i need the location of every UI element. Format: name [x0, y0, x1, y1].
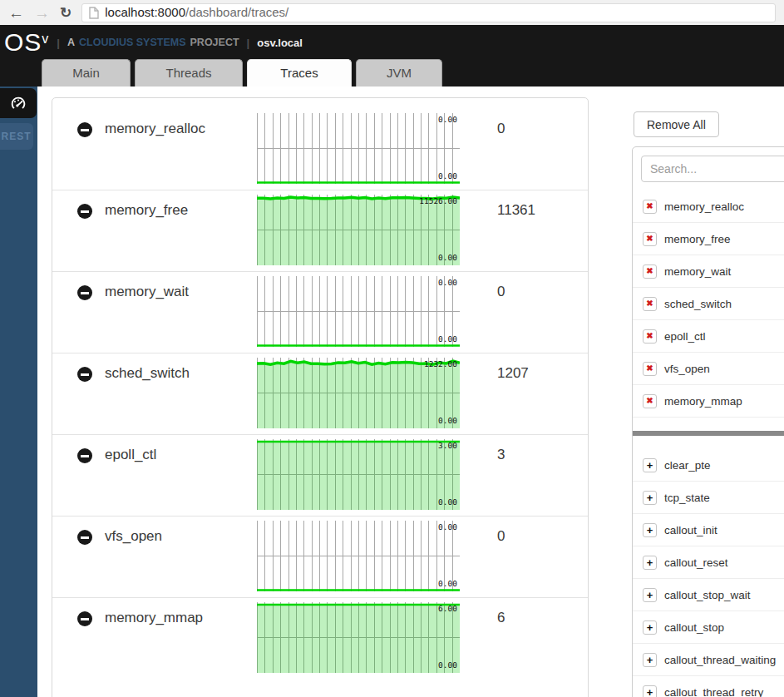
- svg-text:6.00: 6.00: [438, 604, 457, 613]
- svg-text:0.00: 0.00: [438, 278, 457, 287]
- forward-icon[interactable]: →: [34, 5, 50, 21]
- add-plus-icon[interactable]: +: [643, 523, 657, 537]
- tab-jvm[interactable]: JVM: [356, 59, 442, 87]
- svg-text:0.00: 0.00: [438, 171, 457, 180]
- list-divider: [633, 431, 784, 436]
- browser-chrome: ← → ↻ localhost:8000/dashboard/traces/: [0, 0, 784, 25]
- remove-x-icon[interactable]: ✖: [643, 200, 657, 214]
- trace-name: epoll_ctl: [105, 447, 156, 463]
- remove-trace-icon[interactable]: [77, 122, 92, 137]
- remove-x-icon[interactable]: ✖: [643, 362, 657, 376]
- remove-x-icon[interactable]: ✖: [643, 297, 657, 311]
- add-plus-icon[interactable]: +: [643, 458, 657, 472]
- trace-current-value: 3: [497, 447, 505, 463]
- available-trace-item[interactable]: +callout_init: [633, 514, 784, 546]
- active-trace-item[interactable]: ✖epoll_ctl: [633, 320, 784, 353]
- traces-panel: memory_realloc0.000.000memory_free11526.…: [52, 97, 589, 697]
- remove-trace-icon[interactable]: [77, 448, 92, 463]
- svg-text:0.00: 0.00: [438, 579, 457, 588]
- trace-row: memory_wait0.000.000: [52, 272, 588, 353]
- add-plus-icon[interactable]: +: [643, 685, 657, 697]
- trace-selector-panel: ✖memory_realloc✖memory_free✖memory_wait✖…: [632, 146, 784, 697]
- trace-item-label: memory_free: [664, 233, 731, 245]
- trace-item-label: callout_stop: [664, 621, 724, 634]
- remove-x-icon[interactable]: ✖: [643, 232, 657, 246]
- search-input[interactable]: [641, 156, 784, 182]
- remove-trace-icon[interactable]: [77, 367, 92, 382]
- remove-trace-icon[interactable]: [77, 530, 92, 545]
- svg-text:1232.00: 1232.00: [424, 359, 457, 368]
- x-glyph: ✖: [646, 202, 653, 210]
- logo-row: OSv | A CLOUDIUS SYSTEMS PROJECT | osv.l…: [0, 25, 784, 60]
- tab-main[interactable]: Main: [42, 59, 131, 87]
- svg-text:0.00: 0.00: [438, 253, 457, 262]
- trace-item-label: vfs_open: [664, 363, 710, 375]
- add-plus-icon[interactable]: +: [643, 588, 657, 602]
- remove-trace-icon[interactable]: [77, 285, 92, 300]
- trace-item-label: memory_realloc: [664, 200, 744, 213]
- active-trace-item[interactable]: ✖memory_realloc: [633, 190, 784, 223]
- x-glyph: ✖: [646, 299, 653, 308]
- page: ← → ↻ localhost:8000/dashboard/traces/ O…: [0, 0, 784, 697]
- url-bar[interactable]: localhost:8000/dashboard/traces/: [81, 3, 776, 22]
- remove-x-icon[interactable]: ✖: [643, 394, 657, 408]
- svg-text:11526.00: 11526.00: [419, 196, 457, 205]
- trace-item-label: callout_thread_waiting: [664, 654, 776, 666]
- remove-trace-icon[interactable]: [77, 204, 92, 219]
- active-trace-item[interactable]: ✖memory_mmap: [633, 385, 784, 418]
- back-icon[interactable]: ←: [8, 5, 24, 21]
- trace-sparkline-chart: 6.000.00: [257, 602, 460, 673]
- active-trace-item[interactable]: ✖sched_switch: [633, 288, 784, 320]
- available-trace-item[interactable]: +clear_pte: [633, 449, 784, 482]
- trace-name: memory_mmap: [105, 610, 203, 626]
- app-header: OSv | A CLOUDIUS SYSTEMS PROJECT | osv.l…: [0, 25, 784, 87]
- reload-icon[interactable]: ↻: [60, 6, 71, 20]
- active-trace-item[interactable]: ✖vfs_open: [633, 353, 784, 385]
- trace-current-value: 11361: [497, 202, 535, 219]
- plus-glyph: +: [647, 622, 653, 633]
- page-document-icon: [89, 7, 99, 19]
- add-plus-icon[interactable]: +: [643, 653, 657, 667]
- trace-name: memory_realloc: [105, 121, 205, 137]
- add-plus-icon[interactable]: +: [643, 556, 657, 570]
- tab-traces[interactable]: Traces: [247, 59, 352, 87]
- subtitle-prefix: A: [67, 37, 75, 48]
- available-trace-item[interactable]: +callout_reset: [633, 546, 784, 579]
- available-trace-item[interactable]: +callout_thread_waiting: [633, 644, 784, 676]
- plus-glyph: +: [647, 590, 653, 601]
- available-trace-list: +clear_pte+tcp_state+callout_init+callou…: [633, 449, 784, 697]
- available-trace-item[interactable]: +callout_stop_wait: [633, 579, 784, 611]
- remove-x-icon[interactable]: ✖: [643, 264, 657, 279]
- host-name: osv.local: [257, 37, 303, 49]
- svg-text:0.00: 0.00: [438, 522, 457, 531]
- plus-glyph: +: [647, 655, 653, 665]
- url-text: localhost:8000/dashboard/traces/: [105, 5, 288, 20]
- tab-threads[interactable]: Threads: [135, 59, 243, 87]
- url-domain: localhost:8000: [105, 5, 185, 19]
- svg-text:3.00: 3.00: [438, 441, 457, 450]
- remove-all-button[interactable]: Remove All: [634, 111, 719, 137]
- add-plus-icon[interactable]: +: [643, 620, 657, 635]
- url-path: /dashboard/traces/: [185, 5, 288, 19]
- osv-logo: OSv: [4, 30, 49, 55]
- available-trace-item[interactable]: +callout_stop: [633, 611, 784, 644]
- plus-glyph: +: [647, 525, 653, 536]
- trace-item-label: callout_stop_wait: [664, 589, 751, 601]
- add-plus-icon[interactable]: +: [643, 491, 657, 505]
- available-trace-item[interactable]: +tcp_state: [633, 482, 784, 514]
- remove-x-icon[interactable]: ✖: [643, 329, 657, 344]
- trace-sparkline-chart: 0.000.00: [257, 113, 460, 184]
- sidebar-item-rest[interactable]: REST: [0, 123, 33, 150]
- x-glyph: ✖: [646, 235, 653, 243]
- trace-item-label: callout_thread_retry: [664, 686, 763, 697]
- subtitle-brand: CLOUDIUS SYSTEMS: [79, 37, 186, 48]
- remove-trace-icon[interactable]: [77, 611, 92, 626]
- available-trace-item[interactable]: +callout_thread_retry: [633, 676, 784, 697]
- svg-text:0.00: 0.00: [438, 115, 457, 124]
- active-trace-item[interactable]: ✖memory_free: [633, 223, 784, 255]
- trace-row: memory_mmap6.000.006: [52, 598, 588, 680]
- active-trace-item[interactable]: ✖memory_wait: [633, 255, 784, 288]
- trace-current-value: 0: [497, 528, 505, 545]
- divider-pipe: |: [247, 37, 250, 49]
- sidebar-item-dashboard[interactable]: [0, 88, 37, 118]
